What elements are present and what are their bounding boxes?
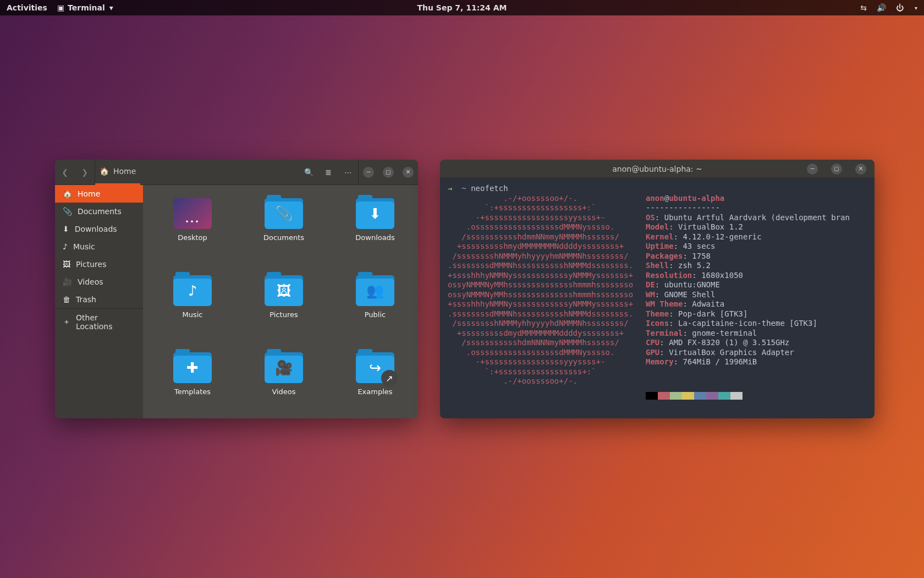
folder-icon: ↪↗ — [356, 352, 394, 383]
sidebar-item-documents[interactable]: 📎Documents — [55, 203, 143, 220]
sidebar-item-label: Home — [78, 189, 100, 198]
sidebar-item-pictures[interactable]: 🖼Pictures — [55, 255, 143, 273]
sidebar-icon: 🖼 — [63, 260, 70, 269]
file-label: Music — [183, 310, 203, 319]
terminal-icon: ▣ — [57, 3, 64, 12]
hamburger-menu[interactable]: ⋯ — [338, 160, 358, 185]
files-sidebar: 🏠Home📎Documents⬇Downloads♪Music🖼Pictures… — [55, 185, 143, 418]
file-item-templates[interactable]: ✚Templates — [161, 352, 224, 418]
file-label: Documents — [263, 233, 304, 242]
close-button[interactable]: ✕ — [855, 163, 866, 175]
sidebar-item-music[interactable]: ♪Music — [55, 238, 143, 255]
minimize-button[interactable]: − — [807, 163, 818, 175]
minimize-button[interactable]: − — [359, 160, 378, 185]
sidebar-other-locations[interactable]: ＋Other Locations — [55, 309, 143, 335]
file-label: Pictures — [270, 310, 298, 319]
terminal-headerbar: anon@ubuntu-alpha: ~ − ◻ ✕ — [440, 160, 875, 178]
file-item-desktop[interactable]: Desktop — [161, 198, 224, 270]
sidebar-item-label: Pictures — [76, 260, 106, 269]
files-grid: Desktop📎Documents⬇Downloads♪Music🖼Pictur… — [143, 185, 418, 418]
file-label: Downloads — [355, 233, 394, 242]
file-label: Desktop — [178, 233, 207, 242]
sidebar-item-label: Videos — [78, 277, 103, 286]
gnome-topbar: Activities ▣ Terminal ▾ Thu Sep 7, 11:24… — [0, 0, 924, 15]
sidebar-icon: 🗑 — [63, 295, 70, 304]
clock[interactable]: Thu Sep 7, 11:24 AM — [417, 3, 507, 12]
file-label: Examples — [358, 388, 392, 396]
sidebar-item-label: Trash — [76, 295, 96, 304]
power-icon[interactable]: ⏻ — [896, 3, 904, 12]
volume-icon[interactable]: 🔊 — [877, 3, 886, 12]
close-button[interactable]: ✕ — [398, 160, 418, 185]
chevron-down-icon[interactable]: ▾ — [915, 5, 917, 11]
file-item-documents[interactable]: 📎Documents — [252, 198, 316, 270]
folder-icon: 📎 — [265, 198, 303, 229]
folder-icon: 👥 — [356, 275, 394, 306]
sidebar-item-trash[interactable]: 🗑Trash — [55, 291, 143, 308]
folder-icon: ⬇ — [356, 198, 394, 229]
sidebar-item-downloads[interactable]: ⬇Downloads — [55, 220, 143, 238]
home-icon: 🏠 — [100, 167, 109, 176]
file-item-music[interactable]: ♪Music — [161, 275, 224, 347]
file-item-examples[interactable]: ↪↗Examples — [343, 352, 407, 418]
terminal-window: anon@ubuntu-alpha: ~ − ◻ ✕ → ~ neofetch … — [440, 160, 875, 418]
search-button[interactable]: 🔍 — [299, 160, 318, 185]
sidebar-item-label: Other Locations — [76, 313, 135, 331]
maximize-button[interactable]: ◻ — [831, 163, 842, 175]
files-headerbar: ❮ ❯ 🏠 Home 🔍 ≣ ⋯ − ◻ ✕ — [55, 160, 418, 185]
app-menu[interactable]: ▣ Terminal ▾ — [57, 3, 113, 12]
desktop-icon — [173, 198, 212, 229]
sidebar-item-videos[interactable]: 🎥Videos — [55, 273, 143, 291]
sidebar-icon: ⬇ — [63, 225, 69, 233]
app-menu-label: Terminal — [68, 3, 105, 12]
path-label: Home — [113, 167, 136, 176]
file-item-downloads[interactable]: ⬇Downloads — [343, 198, 407, 270]
forward-button[interactable]: ❯ — [75, 160, 95, 185]
file-item-public[interactable]: 👥Public — [343, 275, 407, 347]
terminal-content[interactable]: → ~ neofetch .-/+oossssoo+/-.anon@ubuntu… — [440, 178, 875, 418]
folder-icon: 🎥 — [265, 352, 303, 383]
sidebar-icon: ♪ — [63, 242, 68, 251]
view-list-button[interactable]: ≣ — [318, 160, 338, 185]
share-badge-icon: ↗ — [381, 370, 398, 386]
sidebar-icon: 🏠 — [63, 189, 72, 198]
folder-icon: ♪ — [173, 275, 212, 306]
file-label: Public — [365, 310, 386, 319]
sidebar-item-label: Music — [73, 242, 95, 251]
chevron-down-icon: ▾ — [109, 3, 113, 12]
folder-icon: ✚ — [173, 352, 212, 383]
sidebar-item-home[interactable]: 🏠Home — [55, 185, 143, 203]
network-icon[interactable]: ⇆ — [860, 3, 867, 12]
files-window: ❮ ❯ 🏠 Home 🔍 ≣ ⋯ − ◻ ✕ 🏠Home📎Documents⬇D… — [55, 160, 418, 418]
sidebar-item-label: Documents — [78, 207, 122, 216]
plus-icon: ＋ — [63, 317, 70, 327]
sidebar-icon: 📎 — [63, 207, 72, 216]
file-item-pictures[interactable]: 🖼Pictures — [252, 275, 316, 347]
sidebar-item-label: Downloads — [75, 225, 117, 233]
file-label: Videos — [272, 388, 295, 396]
path-bar[interactable]: 🏠 Home — [95, 160, 140, 185]
terminal-title: anon@ubuntu-alpha: ~ — [612, 165, 702, 173]
file-label: Templates — [174, 388, 211, 396]
folder-icon: 🖼 — [265, 275, 303, 306]
sidebar-icon: 🎥 — [63, 277, 72, 286]
maximize-button[interactable]: ◻ — [378, 160, 398, 185]
file-item-videos[interactable]: 🎥Videos — [252, 352, 316, 418]
back-button[interactable]: ❮ — [55, 160, 75, 185]
activities-button[interactable]: Activities — [7, 3, 47, 12]
